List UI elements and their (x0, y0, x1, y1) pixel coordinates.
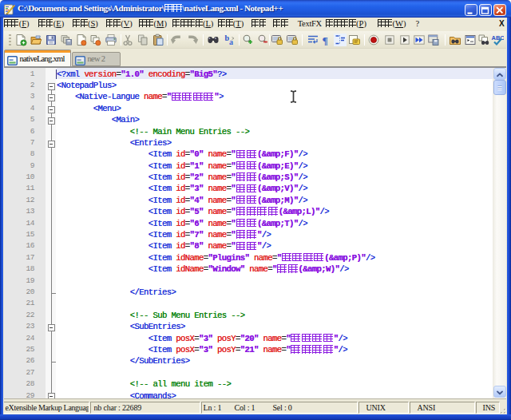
svg-text:ABC: ABC (492, 34, 505, 42)
svg-text:¶: ¶ (322, 34, 327, 46)
